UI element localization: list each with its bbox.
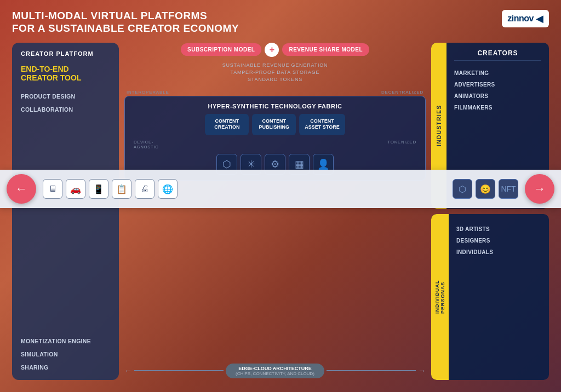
fabric-title-container: HYPER-SYNTHETIC TECHNOLOGY FABRIC — [131, 101, 419, 111]
band-icon-monitor: 🖥 — [43, 179, 62, 199]
interoperable-label: INTEROPERABLE — [127, 90, 169, 95]
subscription-badge: SUBSCRIPTION MODEL — [181, 43, 261, 56]
device-agnostic-label: DEVICE- AGNOSTIC — [134, 140, 159, 149]
right-arrow-edge: → — [418, 366, 426, 375]
creators-item-marketing: MARKETING — [454, 67, 541, 79]
personas-sidebar-label: INDIVIDUALPERSONAS — [431, 214, 449, 380]
band-icon-face: 😊 — [476, 179, 495, 199]
band-section: ← 🖥 🚗 📱 📋 🖨 🌐 ⬡ 😊 NFT → — [0, 170, 561, 208]
content-card-publishing-title: CONTENTPUBLISHING — [257, 118, 290, 131]
band-icon-nft: NFT — [499, 179, 518, 199]
left-arrow-btn[interactable]: ← — [7, 174, 36, 204]
creator-platform-panel: CREATOR PLATFORM END-TO-ENDCREATOR TOOL … — [12, 43, 119, 380]
personas-item-designers: DESIGNERS — [456, 235, 541, 246]
creators-item-advertisers: ADVERTISERS — [454, 79, 541, 90]
right-panel: INDUSTRIES CREATORS MARKETING ADVERTISER… — [431, 43, 549, 380]
tokenized-label: TOKENIZED — [387, 140, 416, 149]
fabric-wrapper: HYPER-SYNTHETIC TECHNOLOGY FABRIC CONTEN… — [124, 96, 426, 181]
main-title: MULTI-MODAL VIRTUAL PLATFORMS FOR A SUST… — [12, 10, 239, 35]
features-list: SUSTAINABLE REVENUE GENERATION TAMPER-PR… — [222, 62, 328, 82]
feature-item-1: TAMPER-PROOF DATA STORAGE — [222, 70, 328, 75]
edge-line-left — [134, 370, 224, 371]
band-icons-right: ⬡ 😊 NFT — [453, 179, 520, 199]
feature-item-2: STANDARD TOKENS — [222, 77, 328, 82]
logo-icon: ◀ — [536, 13, 543, 25]
fabric-title: HYPER-SYNTHETIC TECHNOLOGY FABRIC — [208, 103, 342, 109]
edge-cloud-subtitle: (CHIPS, CONNECTIVITY, AND CLOUD) — [236, 371, 314, 376]
decentralized-label: DECENTRALIZED — [381, 90, 423, 95]
subscription-section: SUBSCRIPTION MODEL + REVENUE SHARE MODEL… — [124, 43, 426, 87]
content-card-creation-title: CONTENTCREATION — [210, 118, 243, 131]
interop-decentral-row: INTEROPERABLE DECENTRALIZED — [124, 90, 426, 95]
logo-box: zinnov ◀ — [502, 10, 549, 27]
title-line2: FOR A SUSTAINABLE CREATOR ECONOMY — [12, 22, 239, 34]
edge-arrow-line: ← EDGE-CLOUD ARCHITECTURE (CHIPS, CONNEC… — [124, 364, 426, 378]
edge-cloud-title: EDGE-CLOUD ARCHITECTURE — [236, 366, 314, 371]
edge-cloud-section: ← EDGE-CLOUD ARCHITECTURE (CHIPS, CONNEC… — [124, 358, 426, 380]
list-item-monetization: MONETIZATION ENGINE — [21, 336, 110, 346]
feature-item-0: SUSTAINABLE REVENUE GENERATION — [222, 62, 328, 68]
subscription-row: SUBSCRIPTION MODEL + REVENUE SHARE MODEL — [181, 43, 369, 57]
header: MULTI-MODAL VIRTUAL PLATFORMS FOR A SUST… — [12, 10, 549, 35]
personas-item-3dartists: 3D ARTISTS — [456, 221, 541, 235]
list-item-simulation: SIMULATION — [21, 349, 110, 359]
content-cards-row: CONTENTCREATION CONTENTPUBLISHING CONTEN… — [131, 114, 419, 135]
title-line1: MULTI-MODAL VIRTUAL PLATFORMS — [12, 10, 207, 21]
left-panel-title: CREATOR PLATFORM — [21, 50, 110, 57]
edge-cloud-box: EDGE-CLOUD ARCHITECTURE (CHIPS, CONNECTI… — [226, 364, 324, 378]
device-token-row: DEVICE- AGNOSTIC TOKENIZED — [131, 139, 419, 151]
content-card-publishing: CONTENTPUBLISHING — [252, 114, 296, 135]
left-arrow-edge: ← — [124, 366, 132, 375]
band-icon-document: 📋 — [112, 179, 131, 199]
list-item-sharing: SHARING — [21, 362, 110, 372]
personas-card-content: 3D ARTISTS DESIGNERS INDIVIDUALS — [449, 214, 549, 380]
band-icon-car: 🚗 — [66, 179, 85, 199]
list-item-collaboration: COLLABORATION — [21, 105, 110, 114]
band-icon-printer: 🖨 — [135, 179, 154, 199]
content-card-store-title: CONTENTASSET STORE — [305, 118, 339, 131]
revenue-badge: REVENUE SHARE MODEL — [282, 43, 369, 56]
logo-text: zinnov — [507, 14, 534, 24]
creators-item-animators: ANIMATORS — [454, 90, 541, 102]
personas-card: INDIVIDUALPERSONAS 3D ARTISTS DESIGNERS … — [431, 214, 549, 380]
band-icon-web: 🌐 — [158, 179, 178, 199]
band-icon-hex: ⬡ — [453, 179, 472, 199]
creators-header: CREATORS — [454, 49, 541, 61]
center-area: SUBSCRIPTION MODEL + REVENUE SHARE MODEL… — [124, 43, 426, 380]
main-container: MULTI-MODAL VIRTUAL PLATFORMS FOR A SUST… — [0, 0, 561, 392]
personas-item-individuals: INDIVIDUALS — [456, 246, 541, 258]
band-icons-left: 🖥 🚗 📱 📋 🖨 🌐 — [41, 179, 453, 199]
band-icon-phone: 📱 — [89, 179, 108, 199]
content-card-creation: CONTENTCREATION — [205, 114, 249, 135]
plus-circle: + — [265, 43, 279, 57]
content-area: CREATOR PLATFORM END-TO-ENDCREATOR TOOL … — [12, 43, 549, 380]
content-card-store: CONTENTASSET STORE — [299, 114, 345, 135]
right-arrow-btn[interactable]: → — [525, 174, 554, 204]
list-item-product-design: PRODUCT DESIGN — [21, 91, 110, 101]
edge-line-right — [327, 370, 416, 371]
highlight-text: END-TO-ENDCREATOR TOOL — [21, 65, 110, 83]
creators-item-filmmakers: FILMMAKERS — [454, 102, 541, 113]
